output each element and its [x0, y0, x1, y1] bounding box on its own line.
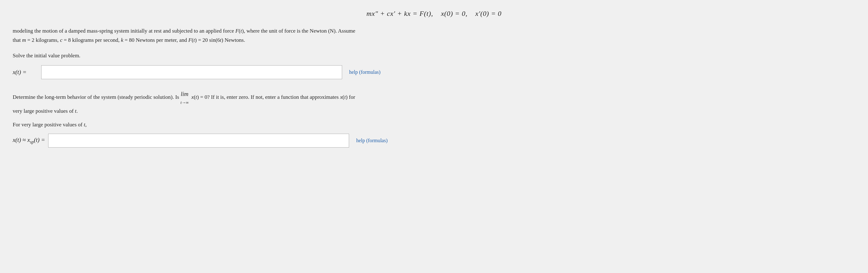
approx-input-row: x(t) ≈ xsp(t) = help (formulas): [13, 134, 855, 148]
approx-input-label: x(t) ≈ xsp(t) =: [13, 136, 45, 145]
approx-answer-input[interactable]: [48, 134, 349, 148]
approx-help-link[interactable]: help (formulas): [356, 138, 388, 144]
determine-text: Determine the long-term behavior of the …: [13, 89, 855, 116]
xt-answer-input[interactable]: [41, 65, 342, 79]
xt-input-row: x(t) = help (formulas): [13, 65, 855, 79]
xt-input-label: x(t) =: [13, 69, 38, 76]
solve-label: Solve the initial value problem.: [13, 53, 855, 59]
xt-help-link[interactable]: help (formulas): [349, 69, 380, 75]
page-container: mx″ + cx′ + kx = F(t), x(0) = 0, x′(0) =…: [0, 0, 868, 273]
lim-block: lim t→∞: [181, 89, 189, 107]
main-equation: mx″ + cx′ + kx = F(t), x(0) = 0, x′(0) =…: [13, 9, 855, 18]
for-large-text: For very large positive values of t,: [13, 122, 855, 128]
description-text: modeling the motion of a damped mass-spr…: [13, 27, 855, 45]
